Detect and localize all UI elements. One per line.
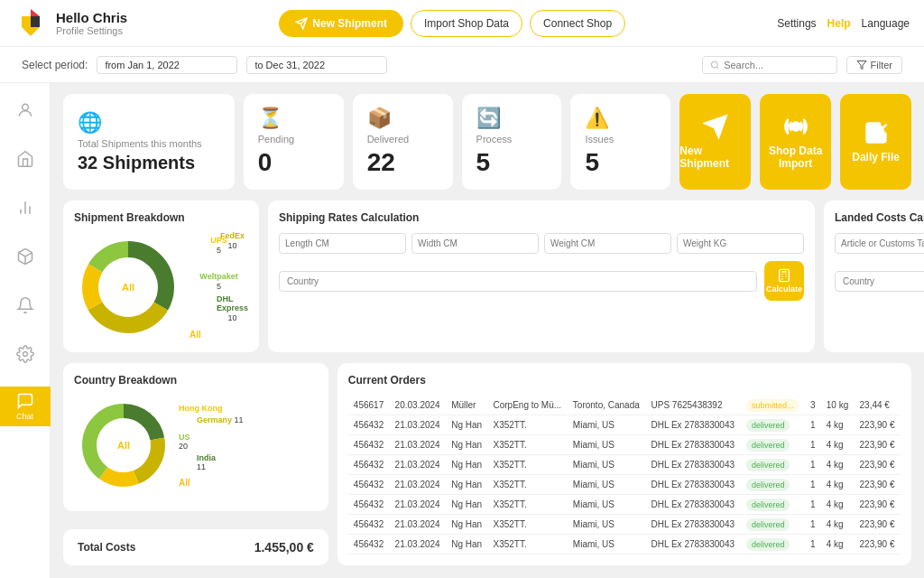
total-costs-label: Total Costs <box>78 541 135 554</box>
header-right: Settings Help Language <box>777 17 910 30</box>
landed-calc-row: Calculate <box>835 261 924 301</box>
order-price: 223,90 € <box>855 455 901 475</box>
sidebar-item-settings[interactable] <box>9 338 42 370</box>
order-carrier: DHL Ex 2783830043 <box>646 535 741 555</box>
table-row[interactable]: 456432 21.03.2024 Ng Han X352TT. Miami, … <box>348 535 901 555</box>
delivered-label: Delivered <box>367 134 439 144</box>
bottom-row: Country Breakdown <box>63 363 911 565</box>
connect-shop-button[interactable]: Connect Shop <box>530 10 625 37</box>
new-shipment-button[interactable]: New Shipment <box>279 10 403 37</box>
sidebar-item-home[interactable] <box>9 143 42 175</box>
order-date: 20.03.2024 <box>390 396 447 415</box>
order-qty: 1 <box>805 515 821 535</box>
language-link[interactable]: Language <box>862 17 910 30</box>
filter-icon <box>856 60 867 70</box>
order-name: Ng Han <box>446 475 487 495</box>
chat-icon <box>16 392 34 410</box>
middle-row: Shipment Breakdown All <box>63 200 911 352</box>
legend-weltpaket: Weltpaket 5 <box>189 272 248 291</box>
table-row[interactable]: 456432 21.03.2024 Ng Han X352TT. Miami, … <box>348 455 901 475</box>
legend-india: India11 <box>197 453 244 471</box>
sidebar-item-chart[interactable] <box>9 191 42 224</box>
table-row[interactable]: 456617 20.03.2024 Müller CorpEng to Mü..… <box>348 396 901 415</box>
help-link[interactable]: Help <box>827 17 851 30</box>
shipping-calc-button[interactable]: Calculate <box>764 261 804 301</box>
order-date: 21.03.2024 <box>390 435 447 455</box>
legend-hongkong: Hong Kong <box>179 404 244 413</box>
length-input[interactable] <box>279 233 406 254</box>
landed-costs-card: Landed Costs Calculation Calculate <box>824 200 924 352</box>
table-row[interactable]: 456432 21.03.2024 Ng Han X352TT. Miami, … <box>348 515 901 535</box>
order-name: Ng Han <box>446 535 487 555</box>
order-id: 456432 <box>348 515 390 535</box>
order-carrier: DHL Ex 2783830043 <box>646 435 741 455</box>
country-legend: Hong Kong Germany 11 US20 India11 All <box>179 404 244 488</box>
order-location: Miami, US <box>568 415 646 435</box>
weight-cm-input[interactable] <box>544 233 671 254</box>
order-date: 21.03.2024 <box>390 535 447 555</box>
svg-line-6 <box>716 67 718 69</box>
order-qty: 1 <box>805 495 821 515</box>
order-id: 456432 <box>348 435 390 455</box>
landed-country-input[interactable] <box>835 271 924 292</box>
order-id: 456432 <box>348 535 390 555</box>
shipping-calc-row: Calculate <box>279 261 804 301</box>
chart-icon <box>16 199 34 217</box>
shop-data-import-card[interactable]: Shop Data Import <box>760 94 831 190</box>
order-name: Ng Han <box>446 515 487 535</box>
table-row[interactable]: 456432 21.03.2024 Ng Han X352TT. Miami, … <box>348 435 901 455</box>
order-location: Toronto, Canada <box>568 396 646 415</box>
plane-icon <box>703 114 728 139</box>
order-product: CorpEng to Mü... <box>488 396 568 415</box>
order-location: Miami, US <box>568 535 646 555</box>
logo <box>14 7 47 40</box>
order-status: delivered <box>741 535 805 555</box>
order-location: Miami, US <box>568 455 646 475</box>
process-value: 5 <box>476 148 548 177</box>
process-card: 🔄 Process 5 <box>462 94 562 190</box>
order-id: 456432 <box>348 455 390 475</box>
issues-label: Issues <box>585 134 656 144</box>
table-row[interactable]: 456432 21.03.2024 Ng Han X352TT. Miami, … <box>348 415 901 435</box>
table-row[interactable]: 456432 21.03.2024 Ng Han X352TT. Miami, … <box>348 475 901 495</box>
width-input[interactable] <box>411 233 539 254</box>
order-weight: 4 kg <box>821 515 855 535</box>
weight-kg-input[interactable] <box>677 233 804 254</box>
new-shipment-action-card[interactable]: New Shipment <box>679 94 751 190</box>
import-shop-button[interactable]: Import Shop Data <box>411 10 522 37</box>
daily-file-card[interactable]: Daily File <box>840 94 911 190</box>
order-product: X352TT. <box>488 515 568 535</box>
shipping-country-input[interactable] <box>279 271 757 292</box>
sidebar-item-profile[interactable] <box>9 94 42 126</box>
sidebar-item-bell[interactable] <box>9 289 42 322</box>
sidebar-item-box[interactable] <box>9 240 42 273</box>
search-input[interactable] <box>724 60 828 70</box>
order-status: delivered <box>741 455 805 475</box>
settings-link[interactable]: Settings <box>777 17 816 30</box>
total-shipments-card: 🌐 Total Shipments this months 32 Shipmen… <box>63 94 235 190</box>
total-costs-card: Total Costs 1.455,00 € <box>63 529 328 565</box>
user-name: Hello Chris <box>56 10 127 25</box>
sidebar-item-chat[interactable]: Chat <box>0 387 51 426</box>
legend-all: All <box>189 330 248 340</box>
shipment-breakdown-title: Shipment Breakdown <box>74 211 248 224</box>
period-to-input[interactable] <box>246 56 387 74</box>
order-status: delivered <box>741 415 805 435</box>
shipping-inputs-row1 <box>279 233 804 254</box>
table-row[interactable]: 456432 21.03.2024 Ng Han X352TT. Miami, … <box>348 495 901 515</box>
gear-icon <box>16 345 34 363</box>
donut-chart-1: All <box>74 233 182 341</box>
order-carrier: DHL Ex 2783830043 <box>646 475 741 495</box>
order-carrier: DHL Ex 2783830043 <box>646 455 741 475</box>
article-input[interactable] <box>835 233 924 254</box>
order-qty: 1 <box>805 535 821 555</box>
order-location: Miami, US <box>568 475 646 495</box>
user-sub: Profile Settings <box>56 25 127 36</box>
period-from-input[interactable] <box>97 56 237 74</box>
order-date: 21.03.2024 <box>390 415 447 435</box>
filter-button[interactable]: Filter <box>846 56 902 74</box>
order-product: X352TT. <box>488 415 568 435</box>
svg-point-8 <box>22 104 28 110</box>
order-status: delivered <box>741 435 805 455</box>
country-breakdown-chart: All Hong Kong Germany 11 US20 India11 Al… <box>74 396 318 495</box>
